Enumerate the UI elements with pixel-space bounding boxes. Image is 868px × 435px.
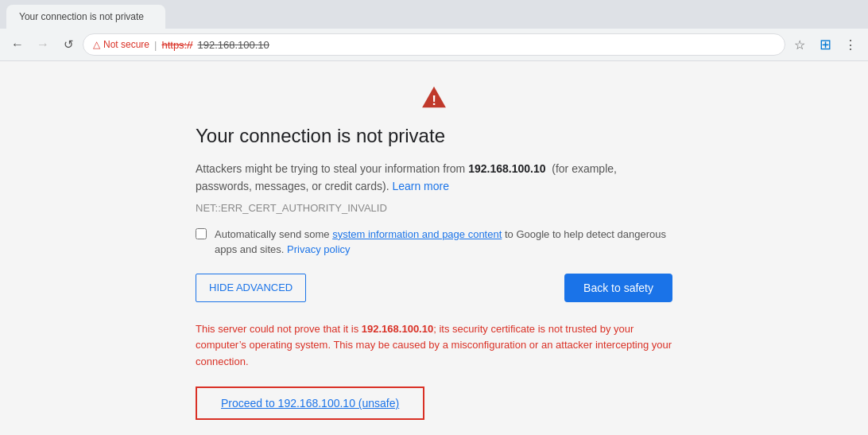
advanced-text: This server could not prove that it is 1… [196, 321, 672, 371]
svg-text:!: ! [432, 92, 436, 108]
description-start: Attackers might be trying to steal your … [196, 162, 468, 175]
windows-button[interactable]: ⊞ [814, 33, 836, 56]
send-info-checkbox[interactable] [196, 228, 207, 239]
toolbar: ← → ↺ △ Not secure | https://192.168.100… [0, 29, 868, 60]
tab-title: Your connection is not private [19, 11, 144, 22]
back-to-safety-button[interactable]: Back to safety [564, 274, 672, 302]
windows-icon: ⊞ [820, 36, 831, 53]
learn-more-link[interactable]: Learn more [392, 180, 449, 192]
active-tab[interactable]: Your connection is not private [6, 5, 165, 29]
menu-icon: ⋮ [844, 37, 857, 52]
url-host: 192.168.100.10 [197, 39, 269, 51]
bookmark-button[interactable]: ☆ [789, 33, 811, 56]
error-code: NET::ERR_CERT_AUTHORITY_INVALID [196, 202, 672, 214]
system-info-link[interactable]: system information and page content [332, 228, 502, 240]
back-button[interactable]: ← [6, 33, 29, 56]
proceed-link-container: Proceed to 192.168.100.10 (unsafe) [196, 386, 424, 420]
url-protocol: https:// [161, 39, 192, 51]
proceed-link[interactable]: Proceed to 192.168.100.10 (unsafe) [221, 397, 399, 410]
warning-icon: △ [93, 39, 100, 50]
button-row: HIDE ADVANCED Back to safety [196, 274, 672, 302]
main-content: Your connection is not private Attackers… [196, 125, 672, 420]
advanced-text-start: This server could not prove that it is [196, 323, 362, 335]
error-triangle-icon: ! [402, 85, 466, 109]
description-host: 192.168.100.10 [468, 162, 545, 175]
toolbar-right: ☆ ⊞ ⋮ [789, 33, 862, 56]
forward-button[interactable]: → [32, 33, 54, 56]
tab-bar: Your connection is not private [0, 0, 868, 29]
privacy-policy-link[interactable]: Privacy policy [287, 243, 350, 255]
checkbox-row: Automatically send some system informati… [196, 227, 672, 258]
error-title: Your connection is not private [196, 125, 672, 147]
advanced-host: 192.168.100.10 [362, 323, 433, 335]
reload-button[interactable]: ↺ [57, 33, 79, 56]
url-separator: | [154, 39, 157, 51]
error-description: Attackers might be trying to steal your … [196, 160, 672, 196]
security-label: Not secure [103, 39, 149, 50]
browser-chrome: Your connection is not private ← → ↺ △ N… [0, 0, 868, 61]
page-content: ! Your connection is not private Attacke… [0, 61, 868, 435]
address-bar[interactable]: △ Not secure | https://192.168.100.10 [83, 33, 785, 56]
security-indicator: △ Not secure [93, 39, 149, 50]
checkbox-text-before: Automatically send some [215, 228, 332, 240]
hide-advanced-button[interactable]: HIDE ADVANCED [196, 274, 306, 302]
menu-button[interactable]: ⋮ [839, 33, 862, 56]
checkbox-label: Automatically send some system informati… [215, 227, 672, 258]
